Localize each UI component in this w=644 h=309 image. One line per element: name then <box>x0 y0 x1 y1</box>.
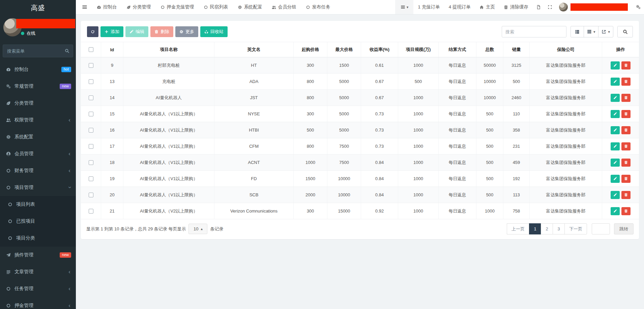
sidebar-item[interactable]: 财务管理 ‹ <box>0 162 76 179</box>
sidebar-item[interactable]: 项目分类 <box>0 230 76 247</box>
sidebar-item[interactable]: 控制台 hot <box>0 61 76 78</box>
delete-button-toolbar[interactable]: 删除 <box>150 26 173 37</box>
document-button[interactable] <box>533 0 544 14</box>
delete-button[interactable] <box>621 61 631 69</box>
select-all-checkbox[interactable] <box>89 47 93 52</box>
column-header[interactable]: 项目规模(万) <box>398 42 439 57</box>
page-button[interactable]: 1 <box>529 223 541 234</box>
edit-button[interactable] <box>611 94 620 102</box>
table-view-button[interactable] <box>570 26 584 37</box>
nav-tab[interactable]: 分类管理 <box>122 0 156 14</box>
edit-button[interactable] <box>611 126 620 134</box>
fullscreen-button[interactable] <box>544 0 556 14</box>
page-button[interactable]: 2 <box>541 223 553 234</box>
row-checkbox[interactable] <box>89 176 93 181</box>
row-checkbox[interactable] <box>89 144 93 149</box>
settings-button[interactable] <box>633 0 644 14</box>
column-header[interactable]: 最大价格 <box>327 42 361 57</box>
delete-button[interactable] <box>621 94 631 102</box>
row-checkbox[interactable] <box>89 193 93 197</box>
sidebar-item[interactable]: 插件管理 new <box>0 247 76 263</box>
recharge-orders-link[interactable]: 1 充值订单 <box>413 0 444 14</box>
bars-icon <box>401 5 405 9</box>
column-header[interactable]: 销量 <box>503 42 530 57</box>
page-button[interactable]: 下一页 <box>564 223 587 234</box>
search-toggle-button[interactable] <box>617 26 633 37</box>
sidebar-item[interactable]: 任务管理 ‹ <box>0 280 76 297</box>
refresh-button[interactable] <box>87 26 98 37</box>
edit-button[interactable] <box>611 78 620 86</box>
edit-button[interactable] <box>611 61 620 69</box>
sidebar-item[interactable]: 系统配置 <box>0 129 76 145</box>
table-row: 13 充电桩 ADA 800 5000 0.67 500 每日返息 10000 … <box>81 74 639 90</box>
edit-button[interactable] <box>611 191 620 199</box>
edit-button[interactable] <box>611 142 620 150</box>
sidebar-item[interactable]: 权限管理 ‹ <box>0 112 76 129</box>
table-header-row: Id 项目名称 英文名 起购价格 最大价格 收益率(%) 项目规模(万) <box>81 42 639 57</box>
columns-toggle-button[interactable]: ▾ <box>584 26 599 37</box>
nav-tab[interactable]: 控制台 <box>92 0 122 14</box>
column-header[interactable]: 起购价格 <box>294 42 327 57</box>
column-header[interactable]: 结算方式 <box>439 42 476 57</box>
recycle-bin-button[interactable]: 回收站 <box>200 26 228 37</box>
column-header[interactable]: 英文名 <box>214 42 294 57</box>
delete-button[interactable] <box>621 207 631 215</box>
edit-button[interactable] <box>611 110 620 118</box>
edit-button[interactable] <box>611 159 620 167</box>
table-search-input[interactable] <box>502 26 566 37</box>
sidebar-item[interactable]: 押金管理 ‹ <box>0 297 76 309</box>
sidebar-toggle-icon[interactable] <box>82 4 87 10</box>
row-checkbox[interactable] <box>89 79 93 84</box>
sidebar-item[interactable]: 项目管理 ‹ <box>0 179 76 196</box>
column-header[interactable]: 项目名称 <box>123 42 214 57</box>
column-header[interactable]: 收益率(%) <box>361 42 398 57</box>
row-checkbox[interactable] <box>89 95 93 100</box>
edit-button[interactable] <box>611 175 620 183</box>
add-button[interactable]: 添加 <box>100 26 123 37</box>
nav-tab[interactable]: 会员分组 <box>267 0 301 14</box>
delete-button[interactable] <box>621 142 631 150</box>
page-size-select[interactable]: 10 ▴ <box>188 224 207 234</box>
export-button[interactable]: ▾ <box>598 26 613 37</box>
delete-button[interactable] <box>621 78 631 86</box>
sidebar-item[interactable]: 项目列表 <box>0 196 76 213</box>
menu-search-input[interactable] <box>3 45 73 57</box>
pencil-icon <box>613 209 617 213</box>
sidebar-item[interactable]: 常规管理 new <box>0 78 76 95</box>
tabs-overflow-dropdown[interactable]: ▾ <box>395 0 413 14</box>
withdraw-orders-link[interactable]: 4 提现订单 <box>444 0 475 14</box>
home-link[interactable]: 主页 <box>475 0 499 14</box>
column-header[interactable]: Id <box>101 42 123 57</box>
sidebar-item[interactable]: 已投项目 <box>0 213 76 230</box>
delete-button[interactable] <box>621 126 631 134</box>
nav-tab[interactable]: 押金充值管理 <box>156 0 199 14</box>
column-header[interactable]: 操作 <box>602 42 639 57</box>
nav-tab[interactable]: 发布任务 <box>301 0 335 14</box>
page-button[interactable]: 3 <box>553 223 565 234</box>
page-jump-input[interactable] <box>592 223 610 234</box>
sidebar-item[interactable]: 文章管理 ‹ <box>0 263 76 280</box>
nav-tab[interactable]: 系统配置 <box>233 0 267 14</box>
delete-button[interactable] <box>621 191 631 199</box>
delete-button[interactable] <box>621 159 631 167</box>
jump-button[interactable]: 跳转 <box>614 223 634 234</box>
edit-button-toolbar[interactable]: 编辑 <box>125 26 148 37</box>
sidebar-item[interactable]: 会员管理 ‹ <box>0 145 76 162</box>
more-button[interactable]: 更多 <box>175 26 198 37</box>
column-header[interactable]: 总数 <box>476 42 503 57</box>
page-button[interactable]: 上一页 <box>507 223 529 234</box>
nav-tab[interactable]: 民宿列表 <box>199 0 233 14</box>
edit-button[interactable] <box>611 207 620 215</box>
document-icon <box>536 5 541 9</box>
row-checkbox[interactable] <box>89 209 93 214</box>
clear-cache-link[interactable]: 清除缓存 <box>499 0 533 14</box>
row-checkbox[interactable] <box>89 160 93 165</box>
delete-button[interactable] <box>621 175 631 183</box>
row-checkbox[interactable] <box>89 63 93 68</box>
delete-button[interactable] <box>621 110 631 118</box>
row-checkbox[interactable] <box>89 112 93 116</box>
column-header[interactable]: 保险公司 <box>530 42 602 57</box>
sidebar-item[interactable]: 分类管理 <box>0 95 76 112</box>
row-checkbox[interactable] <box>89 128 93 133</box>
user-avatar[interactable] <box>559 3 568 11</box>
